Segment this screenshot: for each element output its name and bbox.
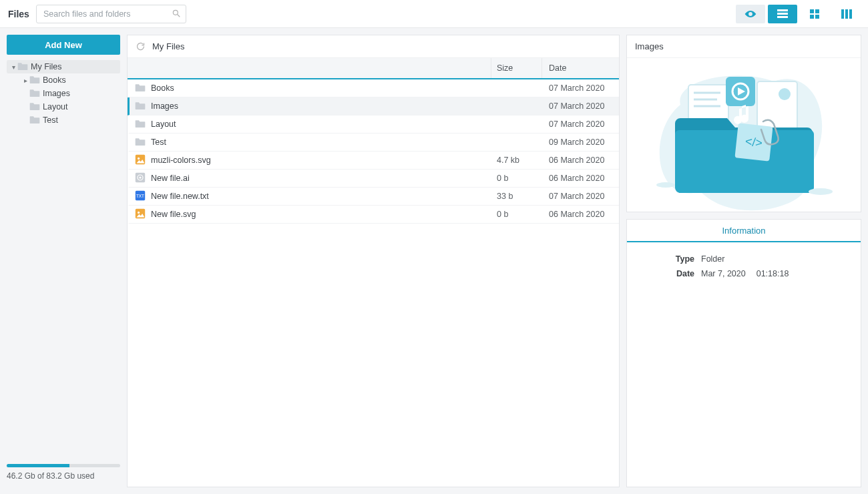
file-name: Layout <box>151 119 176 129</box>
storage-indicator: 46.2 Gb of 83.2 Gb used <box>7 464 120 487</box>
folder-icon <box>29 101 43 113</box>
svg-text:TXT: TXT <box>136 194 144 198</box>
table-row[interactable]: New file.svg0 b06 March 2020 <box>128 206 619 224</box>
file-icon <box>135 208 151 221</box>
folder-icon <box>29 115 43 126</box>
file-date: 07 March 2020 <box>542 101 619 111</box>
file-size: 4.7 kb <box>491 156 542 165</box>
svg-rect-7 <box>810 15 814 19</box>
column-header-date[interactable]: Date <box>542 58 619 78</box>
app-title: Files <box>8 9 29 19</box>
svg-rect-4 <box>777 16 788 18</box>
svg-rect-5 <box>810 9 814 13</box>
preview-body: </> <box>627 58 861 212</box>
table-row[interactable]: TXTNew file.new.txt33 b07 March 2020 <box>128 188 619 206</box>
breadcrumb-text[interactable]: My Files <box>152 41 184 51</box>
search-field-wrap <box>36 5 186 23</box>
info-value: Folder <box>701 254 724 264</box>
tree-item-label: Test <box>43 115 58 125</box>
file-icon <box>135 154 151 167</box>
view-switcher <box>736 5 861 23</box>
file-name: Test <box>151 138 166 147</box>
file-size: 33 b <box>491 192 542 201</box>
file-date: 06 March 2020 <box>542 156 619 165</box>
tree-item[interactable]: Layout <box>7 100 120 113</box>
chevron-right-icon[interactable]: ▸ <box>21 77 29 84</box>
info-row: TypeFolder <box>638 254 850 264</box>
svg-point-29 <box>779 88 791 100</box>
column-header-size[interactable]: Size <box>491 58 542 78</box>
list-icon <box>777 9 788 19</box>
file-date: 07 March 2020 <box>542 192 619 201</box>
svg-rect-6 <box>815 9 819 13</box>
folder-icon <box>29 88 43 99</box>
info-tab[interactable]: Information <box>627 220 861 242</box>
svg-rect-9 <box>841 9 844 19</box>
refresh-icon[interactable] <box>136 41 146 51</box>
search-icon <box>172 9 181 18</box>
table-row[interactable]: muzli-colors.svg4.7 kb06 March 2020 <box>128 152 619 170</box>
info-card: Information TypeFolderDateMar 7, 2020 01… <box>626 219 861 487</box>
file-name: Images <box>151 101 178 111</box>
info-value: Mar 7, 2020 01:18:18 <box>701 269 789 278</box>
file-name: New file.ai <box>151 174 190 183</box>
folder-icon <box>29 75 43 86</box>
search-input[interactable] <box>36 5 186 23</box>
file-date: 06 March 2020 <box>542 174 619 183</box>
table-row[interactable]: New file.ai0 b06 March 2020 <box>128 170 619 188</box>
info-body: TypeFolderDateMar 7, 2020 01:18:18 <box>627 242 861 296</box>
grid-icon <box>810 9 819 19</box>
file-date: 07 March 2020 <box>542 83 619 93</box>
file-name: muzli-colors.svg <box>151 156 211 165</box>
eye-icon <box>744 10 757 18</box>
folder-icon <box>135 100 151 113</box>
sidebar: Add New ▾My Files▸BooksImagesLayoutTest … <box>7 35 120 487</box>
tree-item[interactable]: Test <box>7 113 120 127</box>
file-date: 07 March 2020 <box>542 119 619 129</box>
info-row: DateMar 7, 2020 01:18:18 <box>638 269 850 278</box>
grid-view-button[interactable] <box>800 5 829 23</box>
svg-rect-3 <box>777 13 788 15</box>
svg-point-0 <box>173 10 178 15</box>
svg-line-1 <box>178 14 180 17</box>
svg-point-16 <box>139 176 141 178</box>
svg-text:</>: </> <box>744 135 763 150</box>
toggle-preview-button[interactable] <box>736 5 765 23</box>
table-body: Books07 March 2020Images07 March 2020Lay… <box>128 79 619 224</box>
svg-point-13 <box>138 157 140 159</box>
file-icon: TXT <box>135 190 151 203</box>
column-header-name[interactable] <box>128 58 491 78</box>
chevron-down-icon[interactable]: ▾ <box>9 63 17 71</box>
storage-text: 46.2 Gb of 83.2 Gb used <box>7 471 120 481</box>
folder-icon <box>17 61 31 73</box>
list-view-button[interactable] <box>768 5 797 23</box>
folder-illustration: </> <box>654 58 834 212</box>
tree-item-label: My Files <box>31 62 62 71</box>
folder-icon <box>135 118 151 131</box>
folder-tree: ▾My Files▸BooksImagesLayoutTest <box>7 60 120 464</box>
preview-title: Images <box>627 35 861 58</box>
file-list-pane: My Files Size Date Books07 March 2020Ima… <box>127 35 620 487</box>
table-row[interactable]: Books07 March 2020 <box>128 79 619 97</box>
folder-icon <box>135 82 151 95</box>
file-size: 0 b <box>491 210 542 219</box>
svg-rect-11 <box>849 9 852 19</box>
columns-view-button[interactable] <box>832 5 861 23</box>
svg-point-32 <box>656 182 675 188</box>
file-date: 06 March 2020 <box>542 210 619 219</box>
tree-item[interactable]: Images <box>7 87 120 100</box>
svg-rect-10 <box>845 9 848 19</box>
columns-icon <box>841 9 852 19</box>
info-key: Type <box>638 254 701 264</box>
file-date: 09 March 2020 <box>542 138 619 147</box>
tree-item[interactable]: ▸Books <box>7 73 120 87</box>
file-icon <box>135 172 151 185</box>
tree-item-label: Images <box>43 89 70 98</box>
tree-item[interactable]: ▾My Files <box>7 60 120 73</box>
table-row[interactable]: Test09 March 2020 <box>128 134 619 152</box>
table-row[interactable]: Layout07 March 2020 <box>128 115 619 134</box>
svg-point-20 <box>138 211 140 213</box>
table-row[interactable]: Images07 March 2020 <box>128 97 619 115</box>
table-header: Size Date <box>128 58 619 79</box>
add-new-button[interactable]: Add New <box>7 35 120 55</box>
